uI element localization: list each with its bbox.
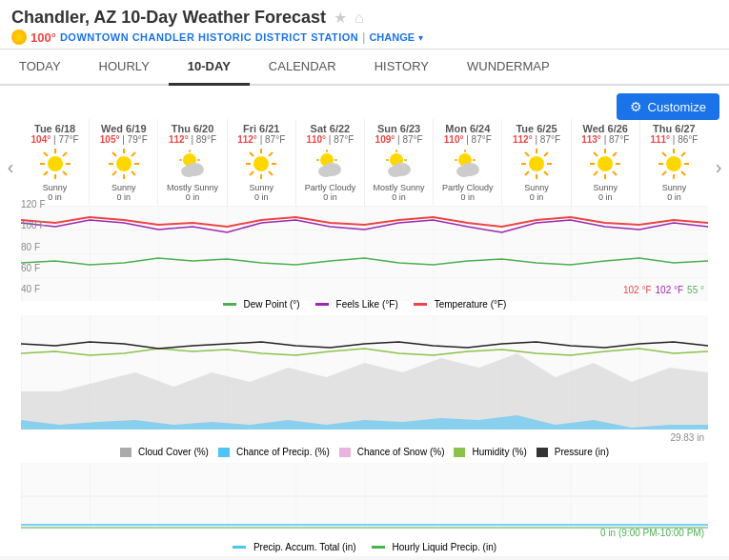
tab-10day[interactable]: 10-DAY [169,50,250,86]
accum-chart-section: 0 in (9:00 PM-10:00 PM) [0,463,729,538]
accum-note: 0 in (9:00 PM-10:00 PM) [600,528,704,538]
svg-line-16 [132,152,135,156]
svg-line-30 [250,152,253,156]
day-condition-9: Sunny [642,183,706,192]
home-icon[interactable]: ⌂ [354,10,364,27]
day-temps-7: 112° | 87°F [504,134,568,145]
day-temps-1: 105° | 79°F [91,134,155,145]
cloud-sun-icon-4 [313,147,347,181]
day-label-2: Thu 6/20 [160,123,224,134]
day-temps-0: 104° | 77°F [23,134,87,145]
day-condition-6: Partly Cloudy [435,183,499,192]
svg-line-80 [681,152,685,156]
title-row: Chandler, AZ 10-Day Weather Forecast ★ ⌂ [11,8,718,28]
day-precip-0: 0 in [23,192,87,202]
change-link[interactable]: CHANGE [369,31,415,43]
svg-line-63 [525,171,529,175]
day-temps-4: 110° | 87°F [298,134,362,145]
accum-chart-svg [21,463,708,530]
svg-point-25 [253,156,269,171]
svg-point-9 [116,156,132,171]
day-precip-2: 0 in [160,192,224,202]
day-precip-1: 0 in [91,192,155,202]
temp-chart-svg [21,206,708,301]
temp-label-3: 55 ° [687,285,704,295]
svg-point-40 [318,166,334,177]
svg-line-79 [681,171,685,175]
star-icon[interactable]: ★ [334,9,347,27]
day-label-0: Tue 6/18 [23,123,87,134]
legend-precip: Chance of Precip. (%) [218,447,330,457]
svg-point-55 [529,156,544,171]
svg-line-7 [63,152,67,156]
day-label-8: Wed 6/26 [574,123,638,134]
day-precip-3: 0 in [230,192,294,202]
day-label-1: Wed 6/19 [91,123,155,134]
precip-chart-section: 29.83 in [0,315,729,443]
next-nav[interactable]: › [708,119,729,206]
svg-line-33 [250,171,253,175]
day-precip-9: 0 in [642,192,706,202]
precip-chart-svg [21,315,708,430]
station-name[interactable]: DOWNTOWN CHANDLER HISTORIC DISTRICT STAT… [60,31,358,43]
day-temps-8: 113° | 87°F [574,134,638,145]
day-temps-2: 112° | 89°F [160,134,224,145]
current-temp: 100° [30,30,56,45]
sun-icon-0 [38,147,72,181]
svg-line-6 [63,171,67,175]
pressure-label: 29.83 in [670,432,704,443]
customize-button[interactable]: ⚙ Customize [617,93,719,120]
dropdown-arrow-icon[interactable]: ▾ [418,32,423,43]
legend-dewpoint: Dew Point (°) [223,299,300,310]
svg-line-32 [269,152,273,156]
tab-wundermap[interactable]: WUNDERMAP [448,50,569,86]
day-icon-2 [175,147,210,181]
svg-line-69 [594,152,597,156]
tab-today[interactable]: TODAY [0,50,80,86]
forecast-days: Tue 6/18 104° | 77°F Sunny 0 in Wed 6/19… [21,119,708,206]
day-col-2: Thu 6/20 112° | 89°F Mostly Sunny 0 in [158,119,227,206]
nav-tabs: TODAY HOURLY 10-DAY CALENDAR HISTORY WUN… [0,50,729,86]
day-icon-0 [38,147,72,181]
day-label-7: Tue 6/25 [504,123,568,134]
prev-nav[interactable]: ‹ [0,119,21,206]
day-icon-1 [107,147,141,181]
day-icon-3 [244,147,278,181]
svg-point-64 [597,156,613,171]
gear-icon: ⚙ [630,99,642,114]
legend-accum-total: Precip. Accum. Total (in) [233,542,356,552]
svg-line-70 [613,171,617,175]
svg-line-62 [544,152,548,156]
svg-line-61 [544,171,548,175]
day-col-7: Tue 6/25 112° | 87°F Sunny 0 in [502,119,571,206]
header: Chandler, AZ 10-Day Weather Forecast ★ ⌂… [0,0,729,50]
main-content: ⚙ Customize ‹ Tue 6/18 104° | 77°F Sunny… [0,86,729,556]
day-precip-8: 0 in [574,192,638,202]
tab-history[interactable]: HISTORY [355,50,448,86]
day-temps-3: 112° | 87°F [230,134,294,145]
legend-temperature: Temperature (°F) [414,299,507,310]
temp-label-2: 102 °F [656,285,684,295]
svg-line-31 [269,171,273,175]
tab-hourly[interactable]: HOURLY [80,50,169,86]
day-label-6: Mon 6/24 [435,123,499,134]
tab-calendar[interactable]: CALENDAR [250,50,355,86]
accum-chart-legend: Precip. Accum. Total (in) Hourly Liquid … [0,538,729,556]
svg-point-54 [456,166,472,177]
temp-chart-section: 102 °F 102 °F 55 ° [0,206,729,295]
day-icon-8 [588,147,622,181]
station-row: 100° DOWNTOWN CHANDLER HISTORIC DISTRICT… [11,30,718,45]
day-condition-8: Sunny [574,183,638,192]
day-col-4: Sat 6/22 110° | 87°F Partly Cloudy 0 in [296,119,365,206]
day-temps-9: 111° | 86°F [642,134,706,145]
day-icon-5 [382,147,416,181]
day-col-1: Wed 6/19 105° | 79°F Sunny 0 in [90,119,158,206]
svg-point-0 [48,156,63,171]
legend-hourly-precip: Hourly Liquid Precip. (in) [372,542,497,552]
day-icon-6 [451,147,485,181]
svg-line-78 [662,152,666,156]
customize-label: Customize [648,100,706,114]
day-condition-2: Mostly Sunny [160,183,224,192]
day-label-4: Sat 6/22 [298,123,362,134]
svg-point-47 [388,166,403,177]
